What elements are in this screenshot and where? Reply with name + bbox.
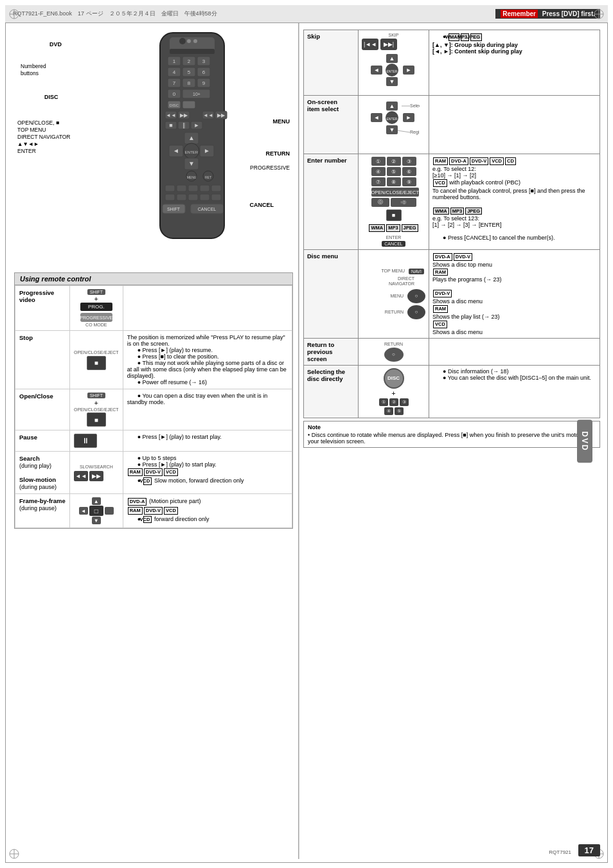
shift-box-2: SHIFT [87,393,105,398]
svg-text:◄: ◄ [373,67,379,73]
svg-text:▶▶: ▶▶ [217,112,226,118]
svg-text:‖: ‖ [182,122,186,128]
svg-text:►: ► [194,122,200,128]
func-name-onscreen: On-screenitem select [304,96,359,154]
svg-text:Select: Select [410,103,420,108]
svg-rect-75 [211,185,221,191]
plus-sign-2: + [94,400,98,407]
svg-text:ENTER: ENTER [386,117,397,121]
numbered-buttons-label: Numberedbuttons [21,63,46,77]
menu-circle-btn: ○ [407,289,425,303]
svg-rect-77 [177,194,186,200]
open-close-label: OPEN/CLOSE, ■TOP MENUDIRECT NAVIGATOR▲▼◄… [17,120,71,155]
button-img-pause: ⏸ [70,430,123,452]
svg-text:4: 4 [173,69,176,75]
header-bar: RQT7921-F_EN6.book 17 ページ ２０５年２月４日 金曜日 午… [5,5,608,23]
corner-mark-tr [592,8,605,21]
table-row: Frame-by-frame(during pause) ▲ ◄ □ ▼ [15,494,292,528]
svg-text:■: ■ [169,122,172,128]
svg-text:▲: ▲ [389,55,395,62]
num-10plus: ↑⓪ [391,198,416,207]
remember-text: Press [DVD] first. [542,10,595,17]
svg-text:▲: ▲ [389,103,395,109]
stop-btn: ■ [87,356,106,370]
dvd-label: DVD [49,41,62,48]
onscreen-description [429,96,600,154]
func-name-pause: Pause [15,430,70,452]
file-info: RQT7921-F_EN6.book 17 ページ ２０５年２月４日 金曜日 午… [13,10,217,18]
svg-rect-78 [188,194,198,200]
shift-box: SHIFT [87,289,105,295]
func-name-enter-number: Enter number [304,154,359,250]
svg-text:5: 5 [188,69,191,75]
svg-text:◄: ◄ [173,147,179,154]
func-name-selecting-disc: Selecting thedisc directly [304,365,359,418]
search-label: SLOW/SEARCH [74,465,119,469]
table-row: Return topreviousscreen RETURN ○ [304,338,600,365]
dm-row-return: RETURN ○ [362,305,425,319]
svg-text:▲: ▲ [188,134,195,141]
remote-svg: 1 2 3 4 5 6 7 8 [141,30,244,248]
button-img-search: SLOW/SEARCH ◄◄ ▶▶ [70,452,123,494]
svg-rect-17 [170,49,215,54]
svg-text:ENTER: ENTER [386,69,397,73]
frame-left: ◄ [79,507,88,515]
table-row: Open/Close SHIFT + OPEN/CLOSE/EJECT ■ ● … [15,389,292,430]
num-open-close: OPEN/CLOSE/EJECT [371,188,420,197]
table-row: Skip SKIP |◄◄ ▶▶| ▲ ◄ EN [304,30,600,96]
table-row: Search(during play) Slow-motion(during p… [15,452,292,494]
search-btns: SLOW/SEARCH ◄◄ ▶▶ [74,465,119,481]
page-number: 17 [578,844,600,856]
func-name-stop: Stop [15,331,70,389]
enter-label-text: ENTER [382,235,405,240]
main-content: DVD Numberedbuttons DISC OPEN/CLOSE, ■TO… [9,23,604,859]
func-name-frame: Frame-by-frame(during pause) [15,494,70,528]
openclose-description: ● You can open a disc tray even when the… [123,389,292,430]
return-btn: ○ [384,348,404,362]
frame-up: ▲ [92,497,101,505]
selecting-disc-description: ● Disc information (→ 18) ● You can sele… [429,365,600,418]
svg-text:8: 8 [188,80,191,86]
remote-functions-table: Progressivevideo SHIFT + PROG. PROGRESSI… [15,285,292,528]
svg-text:▼: ▼ [188,160,195,167]
menu-label: MENU [273,118,290,125]
frame-down: ▼ [92,517,101,524]
disc-num-row-2: ④ ⑤ [384,407,404,415]
svg-text:RET: RET [205,175,211,179]
corner-mark-tl [8,8,21,21]
dm-row-dirnav: DIRECTNAVIGATOR [373,276,414,287]
frame-main: □ [89,506,103,516]
func-name-search: Search(during play) Slow-motion(during p… [15,452,70,494]
pause-btn: ⏸ [74,434,97,448]
num-4: ④ [371,167,386,176]
remember-bar: Remember Press [DVD] first. [495,9,600,19]
svg-text:2: 2 [188,58,191,64]
svg-rect-80 [211,194,221,200]
svg-point-15 [187,39,191,43]
enter-stop-btn: ■ [386,209,402,221]
onscreen-pad: Select ▲ ◄ ENTER [368,98,420,150]
cancel-label: CANCEL [250,202,274,208]
svg-rect-72 [177,185,186,191]
func-name-openclose: Open/Close [15,389,70,430]
button-img-frame: ▲ ◄ □ ▼ [70,494,123,528]
svg-rect-76 [165,194,175,200]
frame-btn-group: ▲ ◄ □ ▼ [74,497,119,524]
skip-btns: |◄◄ ▶▶| [362,39,425,50]
skip-description: ● WMAMP3JPEG [▲, ▼]: Group skip during p… [429,30,600,96]
disc-num-3: ③ [400,398,409,406]
note-title: Note [308,424,596,430]
button-img-stop: OPEN/CLOSE/EJECT ■ [70,331,123,389]
table-row: Stop OPEN/CLOSE/EJECT ■ The position is … [15,331,292,389]
next-arrow: ▶▶ [89,471,103,481]
svg-text:0: 0 [173,91,176,97]
skip-next: ▶▶| [380,39,397,50]
right-functions-table: Skip SKIP |◄◄ ▶▶| ▲ ◄ EN [303,30,600,418]
note-text: • Discs continue to rotate while menus a… [308,432,596,445]
remember-label: Remember [501,10,538,18]
dm-row-topmenu: TOP MENU NAVI [363,269,424,274]
disc-label: DISC [44,94,58,100]
using-remote-title: Using remote control [15,273,292,285]
disc-num-2: ② [389,398,398,406]
shift-combo: SHIFT + PROG. PROGRESSIVE CO MODE [74,289,119,327]
